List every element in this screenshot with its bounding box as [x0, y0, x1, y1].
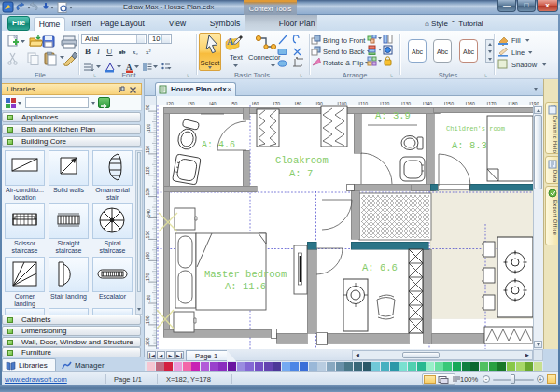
svg-text:200: 200 — [146, 337, 151, 345]
svg-text:90: 90 — [146, 105, 151, 110]
svg-text:Send to Back: Send to Back — [323, 48, 365, 56]
svg-text:150: 150 — [146, 231, 151, 239]
svg-text:ab: ab — [119, 49, 126, 56]
svg-text:A: 6.6: A: 6.6 — [362, 262, 398, 273]
svg-text:130: 130 — [146, 188, 151, 196]
svg-text:140: 140 — [146, 209, 151, 217]
svg-text:Shadow: Shadow — [511, 61, 538, 69]
svg-text:120: 120 — [146, 166, 151, 175]
svg-text:Bring to Front: Bring to Front — [323, 36, 366, 45]
svg-text:180: 180 — [146, 294, 151, 302]
svg-text:B: B — [85, 47, 91, 56]
svg-text:A: 8.3: A: 8.3 — [452, 140, 487, 151]
svg-text:A: 11.6: A: 11.6 — [225, 281, 266, 292]
svg-text:x²: x² — [146, 49, 151, 56]
svg-text:Line: Line — [511, 49, 525, 57]
svg-text:Text: Text — [230, 53, 244, 62]
svg-text:110: 110 — [146, 146, 151, 153]
svg-text:I: I — [96, 47, 101, 56]
svg-text:160: 160 — [146, 252, 151, 260]
svg-text:190: 190 — [146, 315, 151, 324]
svg-text:A: 4.6: A: 4.6 — [202, 140, 235, 150]
svg-text:170: 170 — [146, 273, 151, 282]
svg-text:Master bedroom: Master bedroom — [204, 269, 287, 280]
svg-text:100: 100 — [146, 123, 151, 132]
svg-text:U: U — [106, 47, 113, 56]
svg-text:x₂: x₂ — [133, 49, 139, 56]
svg-text:Fill: Fill — [511, 36, 521, 45]
svg-text:Rotate & Flip: Rotate & Flip — [323, 59, 363, 67]
svg-text:Children's room: Children's room — [446, 125, 505, 133]
svg-text:A: 3.9: A: 3.9 — [375, 110, 411, 121]
svg-text:A: A — [227, 36, 234, 47]
svg-text:Cloakroom: Cloakroom — [275, 155, 329, 166]
svg-text:A: 7: A: 7 — [289, 168, 313, 179]
svg-text:Connector: Connector — [248, 53, 281, 62]
